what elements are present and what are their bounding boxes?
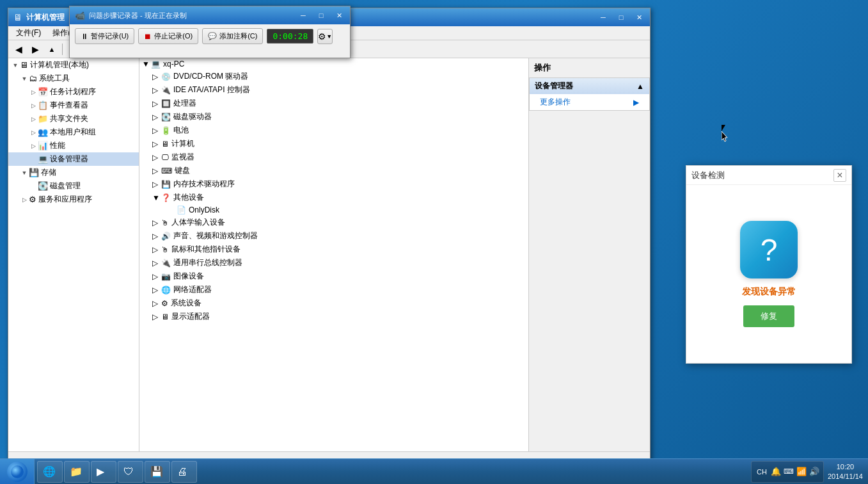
expand-icon: [29, 182, 38, 191]
notification-icon[interactable]: 🔔: [771, 467, 781, 476]
tree-performance[interactable]: ▷ 📊 性能: [8, 139, 139, 152]
network-icon[interactable]: 📶: [796, 467, 807, 476]
volume-icon[interactable]: 🔊: [809, 467, 819, 476]
recorder-minimize[interactable]: ─: [295, 9, 312, 22]
taskbar-explorer[interactable]: 📁: [64, 461, 90, 483]
stop-record-button[interactable]: ⏹ 停止记录(O): [138, 28, 198, 44]
comment-icon: 💬: [208, 32, 217, 40]
desktop: 🖥 计算机管理 ─ □ ✕ 文件(F) 操作(A) ◀ ▶ ▲ 📋: [0, 0, 868, 484]
device-keyboard[interactable]: ▷ ⌨ 键盘: [139, 164, 528, 177]
settings-button[interactable]: ⚙ ▼: [317, 29, 333, 44]
repair-button[interactable]: 修复: [743, 305, 794, 327]
date-display: 2014/11/14: [828, 472, 863, 481]
mouse-cursor: [722, 125, 729, 136]
expand-icon: ▷: [29, 88, 38, 97]
taskbar-ie[interactable]: 🌐: [37, 461, 63, 483]
expand-icon: ▷: [29, 115, 38, 124]
tree-system-tools[interactable]: ▼ 🗂 系统工具: [8, 72, 139, 85]
device-label: 其他设备: [173, 192, 204, 203]
tree-expand-icon: ▼: [11, 61, 20, 70]
language-indicator[interactable]: CH: [755, 468, 768, 476]
toolbar-separator: [62, 44, 63, 55]
forward-button[interactable]: ▶: [28, 42, 43, 56]
device-root[interactable]: ▼ 💻 xq-PC: [139, 58, 528, 70]
tree-users[interactable]: ▷ 👥 本地用户和组: [8, 125, 139, 139]
taskbar: 🌐 📁 ▶ 🛡 💾 🖨 CH 🔔 ⌨ 📶: [0, 458, 868, 484]
tree-label: 共享文件夹: [50, 113, 88, 124]
expand-icon: ▷: [29, 101, 38, 110]
device-display[interactable]: ▷ 🖥 显示适配器: [139, 310, 528, 323]
stop-label: 停止记录(O): [154, 31, 193, 41]
device-popup-titlebar: 设备检测 ×: [686, 166, 851, 185]
taskbar-media[interactable]: ▶: [91, 461, 116, 483]
clock[interactable]: 10:20 2014/11/14: [828, 462, 863, 481]
up-button[interactable]: ▲: [44, 42, 59, 56]
device-label: 系统设备: [171, 298, 201, 309]
start-button[interactable]: [0, 459, 35, 485]
stop-icon: ⏹: [144, 32, 152, 41]
device-other[interactable]: ▼ ❓ 其他设备: [139, 191, 528, 204]
device-label: 电池: [173, 125, 189, 136]
main-window-title: 计算机管理: [26, 12, 65, 23]
device-popup-close-button[interactable]: ×: [833, 169, 846, 182]
recorder-titlebar: 📹 问题步骤记录器 - 现在正在录制 ─ □ ✕: [70, 6, 350, 24]
tree-root[interactable]: ▼ 🖥 计算机管理(本地): [8, 58, 139, 72]
disk-icon: 💽: [38, 181, 48, 191]
right-panel-section: 设备管理器 ▲ 更多操作 ▶: [529, 77, 650, 111]
printer-icon: 🖨: [177, 466, 187, 478]
device-dvd[interactable]: ▷ 💿 DVD/CD-ROM 驱动器: [139, 70, 528, 83]
device-audio[interactable]: ▷ 🔊 声音、视频和游戏控制器: [139, 229, 528, 243]
device-computer[interactable]: ▷ 🖥 计算机: [139, 137, 528, 150]
services-icon: ⚙: [29, 195, 36, 204]
taskbar-disk[interactable]: 💾: [145, 461, 170, 483]
tree-task-scheduler[interactable]: ▷ 📅 任务计划程序: [8, 85, 139, 99]
device-mouse[interactable]: ▷ 🖱 鼠标和其他指针设备: [139, 243, 528, 256]
expand-icon: ▼: [20, 74, 29, 83]
taskbar-printer[interactable]: 🖨: [171, 461, 197, 483]
tree-storage[interactable]: ▼ 💾 存储: [8, 166, 139, 179]
device-usb[interactable]: ▷ 🔌 通用串行总线控制器: [139, 256, 528, 270]
tree-disk-management[interactable]: 💽 磁盘管理: [8, 179, 139, 193]
add-comment-button[interactable]: 💬 添加注释(C): [202, 28, 263, 44]
back-button[interactable]: ◀: [11, 42, 26, 56]
device-label: 监视器: [171, 152, 194, 163]
more-actions-item[interactable]: 更多操作 ▶: [530, 94, 649, 110]
recorder-window: 📹 问题步骤记录器 - 现在正在录制 ─ □ ✕ ⏸ 暂停记录(U) ⏹ 停止记…: [69, 6, 351, 58]
close-button[interactable]: ✕: [631, 11, 647, 24]
device-hid[interactable]: ▷ 🖱 人体学输入设备: [139, 216, 528, 229]
taskbar-right: CH 🔔 ⌨ 📶 🔊 10:20 2014/11/14: [746, 461, 868, 483]
pause-record-button[interactable]: ⏸ 暂停记录(U): [75, 28, 134, 44]
start-orb: [7, 462, 28, 482]
recorder-maximize[interactable]: □: [313, 9, 329, 22]
device-label: 人体学输入设备: [171, 217, 225, 228]
menu-file[interactable]: 文件(F): [11, 26, 46, 40]
tree-label: 设备管理器: [50, 154, 88, 165]
device-battery[interactable]: ▷ 🔋 电池: [139, 124, 528, 137]
minimize-button[interactable]: ─: [595, 11, 612, 24]
maximize-button[interactable]: □: [613, 11, 629, 24]
tree-shared-folders[interactable]: ▷ 📁 共享文件夹: [8, 112, 139, 125]
device-ide[interactable]: ▷ 🔌 IDE ATA/ATAPI 控制器: [139, 83, 528, 97]
device-processor[interactable]: ▷ 🔲 处理器: [139, 97, 528, 110]
recorder-close[interactable]: ✕: [331, 9, 347, 22]
tree-services[interactable]: ▷ ⚙ 服务和应用程序: [8, 193, 139, 206]
device-network[interactable]: ▷ 🌐 网络适配器: [139, 283, 528, 296]
timer-display: 0:00:28: [267, 29, 313, 44]
users-icon: 👥: [38, 127, 48, 137]
device-monitor[interactable]: ▷ 🖵 监视器: [139, 150, 528, 164]
device-manager-section[interactable]: 设备管理器 ▲: [530, 78, 649, 94]
expand-icon: [29, 155, 38, 164]
tree-device-manager[interactable]: 💻 设备管理器: [8, 152, 139, 166]
device-imaging[interactable]: ▷ 📷 图像设备: [139, 270, 528, 283]
device-label: 鼠标和其他指针设备: [171, 244, 241, 255]
device-system[interactable]: ▷ ⚙ 系统设备: [139, 296, 528, 310]
device-label: 处理器: [173, 98, 196, 109]
taskbar-security[interactable]: 🛡: [118, 461, 143, 483]
sidebar: ▼ 🖥 计算机管理(本地) ▼ 🗂 系统工具 ▷ 📅 任务计划程序 ▷ 📋: [8, 58, 139, 451]
device-memory-tech[interactable]: ▷ 💾 内存技术驱动程序: [139, 177, 528, 191]
tree-event-viewer[interactable]: ▷ 📋 事件查看器: [8, 99, 139, 112]
content-area: ▼ 🖥 计算机管理(本地) ▼ 🗂 系统工具 ▷ 📅 任务计划程序 ▷ 📋: [8, 58, 650, 451]
expand-icon: ▼: [20, 168, 29, 177]
device-onlydisk[interactable]: 📄 OnlyDisk: [139, 204, 528, 216]
device-disk[interactable]: ▷ 💽 磁盘驱动器: [139, 110, 528, 124]
